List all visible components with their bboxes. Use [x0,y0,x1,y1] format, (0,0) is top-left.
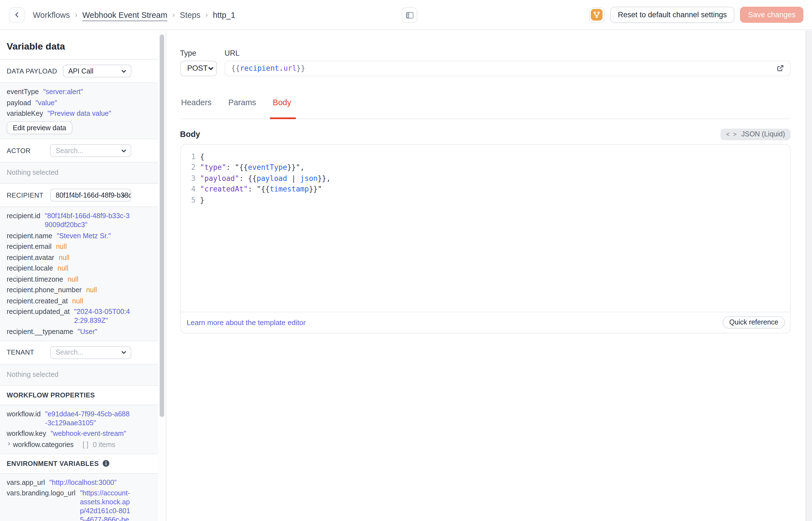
top-header: Workflows›Webhook Event Stream›Steps›htt… [0,0,812,30]
workflow-properties-panel: workflow.id"e91ddae4-7f99-45cb-a688-3c12… [0,404,158,454]
empty-array-brackets: [ ] [82,440,89,449]
code-line: 5} [181,195,790,205]
variable-key: vars.app_url [7,478,45,487]
recipient-selected-value: 80f1f4bf-166d-48f9-b33c [51,191,131,199]
reset-channel-settings-button[interactable]: Reset to default channel settings [610,7,735,23]
code-text: { [200,151,205,162]
code-text: "type": "{{eventType}}", [200,162,305,173]
type-label: Type [180,48,217,58]
variable-key: workflow.key [7,429,46,438]
variable-value: "e91ddae4-7f99-45cb-a688-3c129aae3105" [45,409,131,427]
sidebar-scrollbar-thumb[interactable] [160,35,164,417]
variable-row: recipient.emailnull [7,242,131,251]
chevron-down-icon [121,349,127,356]
variable-row: recipient.name"Steven Metz Sr." [7,231,131,240]
recipient-properties-panel: recipient.id"80f1f4bf-166d-48f9-b33c-390… [0,206,158,341]
template-editor-docs-link[interactable]: Learn more about the template editor [187,318,306,326]
chevron-left-icon [13,10,21,19]
url-token: {{ [231,64,240,73]
tenant-empty-text: Nothing selected [7,369,131,380]
environment-variables-panel: vars.app_url"http://localhost:3000"vars.… [0,473,158,521]
variable-row: recipient.localenull [7,264,131,273]
variable-key: workflow.categories [13,440,74,449]
url-token: }} [296,64,305,73]
breadcrumb-separator: › [75,10,77,19]
commit-branch-button[interactable] [589,7,604,23]
http-method-select[interactable]: POST [180,61,217,76]
page-scrollbar-gutter[interactable] [806,30,812,521]
url-field: URL {{recipient.url}} [224,48,791,76]
workflow-properties-heading-text: WORKFLOW PROPERTIES [7,391,95,399]
url-input[interactable]: {{recipient.url}} [224,61,791,76]
tab-body[interactable]: Body [272,97,292,118]
external-link-icon[interactable] [776,64,785,73]
variable-value: "2024-03-05T00:42:29.839Z" [74,307,131,325]
chevron-down-icon [121,148,127,154]
actor-search-input[interactable] [51,145,131,156]
data-payload-row: DATA PAYLOAD API Call [0,60,158,83]
tenant-search-select[interactable] [50,346,131,359]
variable-row: workflow.key"webhook-event-stream" [7,429,131,438]
variable-key: variableKey [7,109,43,118]
editor-footer: Learn more about the template editor Qui… [181,312,790,333]
variable-row: recipient.created_atnull [7,296,131,305]
quick-reference-button[interactable]: Quick reference [723,316,785,329]
variable-data-sidebar: Variable data DATA PAYLOAD API Call even… [0,30,158,521]
variable-key: recipient.updated_at [7,307,70,316]
actor-empty-panel: Nothing selected [0,162,158,184]
info-icon[interactable] [102,460,109,467]
editor-language-text: JSON (Liquid) [741,130,785,138]
sidebar-toggle-button[interactable] [402,7,417,23]
variable-key: vars.branding.logo_url [7,489,75,498]
code-editor-area[interactable]: 1{2"type": "{{eventType}}",3"payload": {… [181,144,790,312]
body-section-label: Body [180,130,200,139]
code-text: "createdAt": "{{timestamp}}" [200,184,322,195]
variable-value: "http://localhost:3000" [49,478,117,487]
breadcrumb-item-webhook-event-stream[interactable]: Webhook Event Stream [82,10,167,19]
tenant-label: TENANT [7,348,50,356]
back-button[interactable] [9,7,24,23]
breadcrumb-separator: › [206,10,208,19]
request-tabs: HeadersParamsBody [180,97,791,119]
tab-params[interactable]: Params [227,97,257,118]
tab-headers[interactable]: Headers [180,97,213,118]
variable-key: payload [7,98,31,107]
variable-value: null [86,286,97,294]
breadcrumb-item-workflows[interactable]: Workflows [33,10,70,19]
recipient-label: RECIPIENT [7,191,50,199]
sidebar-title: Variable data [0,30,158,60]
variable-value: "Preview data value" [48,109,111,118]
http-method-value: POST [187,64,208,73]
header-actions: Reset to default channel settings Save c… [589,7,803,23]
code-line: 4"createdAt": "{{timestamp}}" [181,184,790,195]
recipient-row: RECIPIENT 80f1f4bf-166d-48f9-b33c [0,184,158,206]
variable-row: variableKey"Preview data value" [7,109,131,118]
http-step-editor: Type POST URL {{recipient.url}} [166,30,806,521]
variable-row: vars.branding.logo_url"https://account-a… [7,489,131,521]
workflow-properties-heading: WORKFLOW PROPERTIES [0,385,158,404]
recipient-rows: recipient.id"80f1f4bf-166d-48f9-b33c-390… [7,211,131,336]
recipient-select[interactable]: 80f1f4bf-166d-48f9-b33c [50,189,131,202]
breadcrumb-item-steps[interactable]: Steps [180,10,200,19]
chevron-right-icon[interactable]: › [8,439,10,448]
save-changes-button[interactable]: Save changes [740,7,803,23]
actor-label: ACTOR [7,147,50,155]
breadcrumb-separator: › [172,10,175,19]
array-count: 0 items [93,440,115,449]
template-editor: 1{2"type": "{{eventType}}",3"payload": {… [180,144,791,333]
data-payload-select[interactable]: API Call [63,65,131,77]
request-fields: Type POST URL {{recipient.url}} [180,48,791,76]
line-number: 5 [181,195,195,205]
variable-row: recipient.phone_numbernull [7,286,131,294]
tenant-search-input[interactable] [51,346,131,358]
panel-layout-icon [405,10,414,20]
actor-search-select[interactable] [50,144,131,157]
variable-key: recipient.phone_number [7,286,82,294]
variable-row: ›workflow.categories[ ]0 items [7,440,131,449]
edit-preview-data-button[interactable]: Edit preview data [7,121,72,134]
variable-value: null [57,264,68,273]
code-brackets-icon: < > [726,131,737,137]
chevron-down-icon [121,192,127,198]
url-token: recipient [240,64,279,73]
variable-row: vars.app_url"http://localhost:3000" [7,478,131,487]
